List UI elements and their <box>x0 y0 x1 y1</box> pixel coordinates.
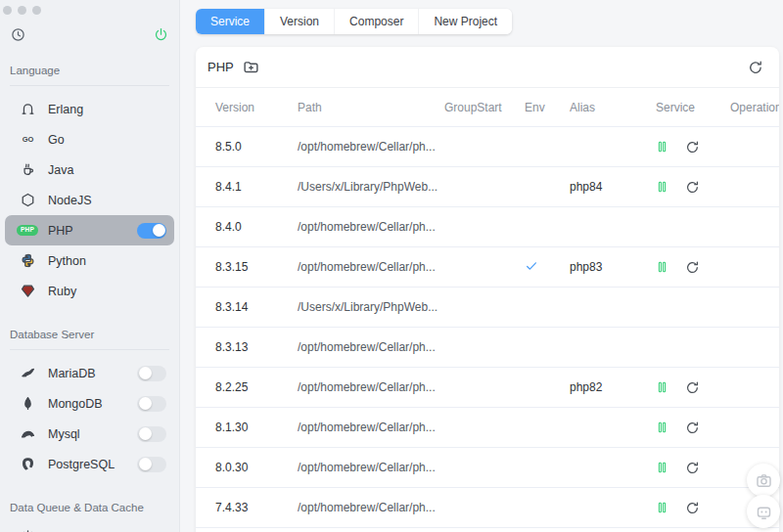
camera-icon <box>756 472 772 489</box>
minimize-window-button[interactable] <box>18 6 26 15</box>
tab-service[interactable]: Service <box>196 9 264 34</box>
tab-new-project[interactable]: New Project <box>418 9 512 34</box>
restart-service-button[interactable] <box>685 380 700 395</box>
sidebar-item-go[interactable]: GOGo <box>0 124 179 155</box>
sidebar-item-setup[interactable]: Setup <box>0 521 179 532</box>
version-cell: 8.3.14 <box>215 300 298 314</box>
toggle-php[interactable] <box>137 223 166 239</box>
power-icon[interactable] <box>154 27 168 42</box>
main-area: ServiceVersionComposerNew Project PHP Ve… <box>181 0 783 532</box>
operation-cell <box>730 178 771 197</box>
sidebar-item-mariadb[interactable]: MariaDB <box>0 358 179 388</box>
toggle-mysql[interactable] <box>137 426 166 442</box>
service-cell <box>656 179 730 195</box>
screenshot-button[interactable] <box>747 464 780 497</box>
sidebar-item-mysql[interactable]: Mysql <box>0 419 179 449</box>
sidebar-item-label: Mysql <box>48 427 80 441</box>
path-cell: /opt/homebrew/Cellar/ph... <box>298 461 444 474</box>
panel-title: PHP <box>207 60 234 74</box>
restart-service-button[interactable] <box>685 501 700 515</box>
alias-cell: php83 <box>570 260 656 274</box>
path-cell: /opt/homebrew/Cellar/ph... <box>298 140 444 154</box>
column-header-path: Path <box>298 101 444 114</box>
nodejs-icon <box>21 193 35 207</box>
restart-service-button[interactable] <box>685 260 700 275</box>
path-cell: /Users/x/Library/PhpWeb... <box>298 300 444 314</box>
table-row: 8.2.25/opt/homebrew/Cellar/ph...php82 <box>196 368 779 408</box>
python-icon <box>21 253 35 268</box>
more-actions-button[interactable] <box>743 338 748 354</box>
maximize-window-button[interactable] <box>32 6 41 15</box>
refresh-icon[interactable] <box>748 60 763 75</box>
stop-service-button[interactable] <box>656 259 668 275</box>
more-actions-button[interactable] <box>743 218 748 234</box>
more-actions-button[interactable] <box>743 178 748 194</box>
sidebar-item-label: Erlang <box>48 103 83 116</box>
sidebar: LanguageErlangGOGoJavaNodeJSPHPPHPPython… <box>0 0 180 532</box>
sidebar-item-mongodb[interactable]: MongoDB <box>0 388 179 419</box>
restart-service-button[interactable] <box>685 461 700 475</box>
sidebar-item-erlang[interactable]: Erlang <box>0 94 179 124</box>
service-cell <box>656 259 730 275</box>
stop-service-button[interactable] <box>656 379 668 395</box>
clock-icon[interactable] <box>11 27 25 42</box>
restart-service-button[interactable] <box>685 421 700 435</box>
restart-service-button[interactable] <box>685 180 700 195</box>
ruby-icon <box>21 284 35 298</box>
column-header-service: Service <box>656 101 730 114</box>
sidebar-item-label: NodeJS <box>48 194 91 207</box>
table-row: 8.3.15/opt/homebrew/Cellar/ph...php83 <box>196 247 779 288</box>
stop-service-button[interactable] <box>656 460 668 475</box>
more-actions-button[interactable] <box>743 378 748 394</box>
sidebar-item-label: MariaDB <box>48 367 96 380</box>
operation-cell <box>730 218 771 237</box>
version-cell: 8.2.25 <box>215 380 298 394</box>
stop-service-button[interactable] <box>656 179 668 195</box>
mysql-icon <box>21 426 35 441</box>
sidebar-item-label: MongoDB <box>48 397 103 411</box>
toggle-postgresql[interactable] <box>137 457 166 472</box>
svg-text:GO: GO <box>22 135 33 144</box>
panel-header: PHP <box>196 47 779 88</box>
tab-version[interactable]: Version <box>264 9 334 34</box>
close-window-button[interactable] <box>3 6 12 15</box>
postgresql-icon <box>21 457 35 471</box>
table-row: 8.4.0/opt/homebrew/Cellar/ph... <box>196 207 779 247</box>
stop-service-button[interactable] <box>656 420 668 435</box>
env-cell <box>525 259 570 276</box>
more-actions-button[interactable] <box>743 459 748 474</box>
more-actions-button[interactable] <box>743 298 748 314</box>
erlang-icon <box>21 102 35 116</box>
tab-bar: ServiceVersionComposerNew Project <box>196 9 512 34</box>
sidebar-item-java[interactable]: Java <box>0 155 179 185</box>
php-icon: PHP <box>17 225 38 237</box>
assistant-button[interactable] <box>747 495 780 528</box>
path-cell: /opt/homebrew/Cellar/ph... <box>298 421 444 434</box>
stop-service-button[interactable] <box>656 139 668 155</box>
service-cell <box>656 460 730 475</box>
section-items: Setup <box>0 521 179 532</box>
section-title: Language <box>10 65 169 76</box>
stop-service-button[interactable] <box>656 500 668 515</box>
sidebar-item-python[interactable]: Python <box>0 245 179 276</box>
sidebar-item-postgresql[interactable]: PostgreSQL <box>0 449 179 479</box>
folder-plus-icon[interactable] <box>243 59 259 75</box>
sidebar-toolbar <box>0 15 179 42</box>
table-header: VersionPathGroupStartEnvAliasServiceOper… <box>196 88 779 127</box>
sidebar-item-ruby[interactable]: Ruby <box>0 276 179 306</box>
sidebar-item-label: Go <box>48 133 65 147</box>
toggle-mariadb[interactable] <box>137 366 166 381</box>
restart-service-button[interactable] <box>685 140 700 155</box>
table-row: 8.3.14/Users/x/Library/PhpWeb... <box>196 288 779 328</box>
toggle-mongodb[interactable] <box>137 396 166 412</box>
more-actions-button[interactable] <box>743 138 748 154</box>
path-cell: /opt/homebrew/Cellar/ph... <box>298 380 444 394</box>
tab-composer[interactable]: Composer <box>334 9 418 34</box>
sidebar-item-label: PostgreSQL <box>48 458 115 471</box>
section-items: MariaDBMongoDBMysqlPostgreSQL <box>0 358 179 479</box>
more-actions-button[interactable] <box>743 419 748 434</box>
sidebar-item-php[interactable]: PHPPHP <box>5 215 174 245</box>
sidebar-item-label: PHP <box>48 224 73 238</box>
sidebar-item-nodejs[interactable]: NodeJS <box>0 185 179 215</box>
more-actions-button[interactable] <box>743 258 748 274</box>
